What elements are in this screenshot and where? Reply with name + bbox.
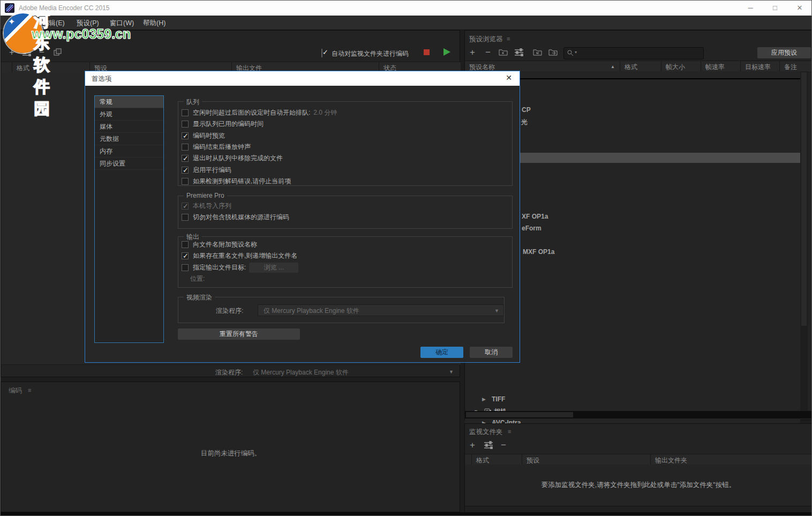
checkbox[interactable] bbox=[182, 109, 189, 116]
nav-item-general[interactable]: 常规 bbox=[95, 96, 163, 108]
search-options-chevron-icon[interactable]: ▾ bbox=[575, 50, 577, 55]
queue-panel-menu-icon[interactable]: ≡ bbox=[28, 35, 31, 42]
duplicate-icon[interactable] bbox=[54, 48, 62, 56]
menu-file[interactable]: 文件(F) bbox=[10, 19, 32, 28]
cancel-button[interactable]: 取消 bbox=[470, 347, 513, 358]
encoding-panel-menu-icon[interactable]: ≡ bbox=[28, 387, 31, 393]
group-label: 输出 bbox=[184, 233, 202, 242]
watch-folder-settings-icon[interactable] bbox=[484, 441, 493, 449]
pref-label: 编码结束后播放钟声 bbox=[193, 143, 251, 152]
search-icon bbox=[567, 49, 574, 57]
pref-row: 启用平行编码 bbox=[178, 164, 512, 175]
maximize-button[interactable]: □ bbox=[767, 4, 783, 12]
watch-folders-footer bbox=[465, 506, 812, 512]
preset-col-bitrate[interactable]: 目标速率 bbox=[740, 61, 779, 72]
renderer-value[interactable]: 仅 Mercury Playback Engine 软件 bbox=[253, 368, 349, 377]
preset-col-name[interactable]: 预设名称 bbox=[465, 61, 618, 72]
ok-button[interactable]: 确定 bbox=[420, 347, 463, 358]
sort-ascending-icon[interactable]: ▲ bbox=[611, 64, 615, 69]
wf-col-output-folder[interactable]: 输出文件夹 bbox=[650, 454, 811, 465]
watch-folders-header: 格式 预设 输出文件夹 bbox=[465, 454, 812, 466]
checkbox[interactable] bbox=[182, 214, 189, 221]
preset-settings-icon[interactable] bbox=[515, 48, 524, 56]
stop-queue-icon[interactable] bbox=[424, 49, 430, 55]
scrollbar-thumb[interactable] bbox=[801, 72, 807, 326]
tree-row-tiff[interactable]: ▶ TIFF bbox=[465, 393, 800, 406]
pref-value[interactable]: 2.0 分钟 bbox=[313, 108, 337, 117]
auto-encode-checkbox[interactable] bbox=[321, 49, 322, 57]
nav-item-metadata[interactable]: 元数据 bbox=[95, 133, 163, 145]
checkbox[interactable] bbox=[182, 167, 189, 174]
dialog-premiere-group: Premiere Pro 本机导入序列 切勿对包含脱机媒体的源进行编码 bbox=[178, 196, 513, 229]
create-preset-icon[interactable]: + bbox=[470, 49, 475, 56]
new-group-folder-icon[interactable] bbox=[499, 48, 508, 56]
checkbox[interactable] bbox=[182, 241, 189, 248]
dialog-renderer-label: 渲染程序: bbox=[216, 306, 243, 316]
preset-col-comment[interactable]: 备注 bbox=[779, 61, 800, 72]
nav-item-memory[interactable]: 内存 bbox=[95, 145, 163, 158]
app-window: Adobe Media Encoder CC 2015 ─ □ ✕ 文件(F) … bbox=[0, 0, 812, 516]
preset-col-framerate[interactable]: 帧速率 bbox=[701, 61, 740, 72]
import-preset-icon[interactable] bbox=[533, 48, 542, 56]
browse-button: 浏览 ... bbox=[249, 263, 298, 273]
renderer-label: 渲染程序: bbox=[215, 368, 243, 377]
menu-window[interactable]: 窗口(W) bbox=[110, 19, 134, 28]
queue-col-format[interactable]: 格式 bbox=[12, 62, 89, 73]
dialog-output-group: 输出 向文件名附加预设名称 如果存在重名文件,则递增输出文件名 指定输出文件目标… bbox=[178, 236, 513, 288]
preset-col-format[interactable]: 格式 bbox=[620, 61, 661, 72]
checkbox[interactable] bbox=[182, 252, 189, 259]
export-preset-icon[interactable] bbox=[548, 48, 558, 56]
checkbox[interactable] bbox=[182, 155, 189, 162]
pref-row: 如果存在重名文件,则递增输出文件名 bbox=[178, 250, 512, 261]
preset-col-framesize[interactable]: 帧大小 bbox=[661, 61, 701, 72]
renderer-dropdown-icon[interactable]: ▼ bbox=[449, 369, 454, 375]
preset-item-fragment[interactable]: 光 bbox=[521, 118, 528, 127]
checkbox[interactable] bbox=[182, 144, 189, 151]
preferences-dialog: 首选项 ✕ 常规 外观 媒体 元数据 内存 同步设置 队列 空闲时间超过后面的设… bbox=[85, 71, 520, 363]
checkbox[interactable] bbox=[182, 264, 189, 271]
pref-label: 编码时预览 bbox=[193, 131, 225, 140]
preset-item-fragment[interactable]: XF OP1a bbox=[522, 213, 548, 220]
preset-item-fragment[interactable]: CP bbox=[522, 106, 531, 114]
dialog-close-icon[interactable]: ✕ bbox=[503, 73, 514, 82]
add-source-icon[interactable]: + bbox=[9, 49, 14, 56]
checkbox[interactable] bbox=[182, 121, 189, 128]
expand-arrow-icon[interactable]: ▶ bbox=[482, 397, 486, 402]
delete-preset-icon[interactable]: − bbox=[485, 49, 491, 56]
remove-watch-folder-icon[interactable]: − bbox=[501, 442, 506, 449]
menu-edit[interactable]: 编辑(E) bbox=[42, 19, 65, 28]
minimize-button[interactable]: ─ bbox=[742, 4, 758, 12]
remove-icon[interactable]: − bbox=[39, 49, 44, 56]
wf-col-format[interactable]: 格式 bbox=[471, 454, 522, 465]
preset-browser-menu-icon[interactable]: ≡ bbox=[507, 35, 510, 42]
menu-help[interactable]: 帮助(H) bbox=[143, 19, 166, 28]
vertical-scrollbar[interactable] bbox=[800, 71, 808, 411]
watch-folders-body[interactable]: 要添加监视文件夹,请将文件夹拖到此处或单击"添加文件夹"按钮。 bbox=[465, 465, 812, 506]
checkbox[interactable] bbox=[182, 132, 189, 139]
renderer-dropdown-value: 仅 Mercury Playback Engine 软件 bbox=[264, 307, 359, 315]
pref-label: 如果检测到解码错误,请停止当前项 bbox=[193, 177, 291, 186]
nav-item-sync[interactable]: 同步设置 bbox=[95, 158, 163, 170]
checkbox[interactable] bbox=[182, 178, 189, 185]
queue-renderer-row: 渲染程序: 仅 Mercury Playback Engine 软件 ▼ bbox=[1, 364, 461, 378]
preset-item-fragment[interactable]: MXF OP1a bbox=[523, 248, 554, 256]
scrollbar-thumb[interactable] bbox=[466, 412, 573, 417]
preset-settings-icon[interactable] bbox=[22, 48, 32, 56]
nav-item-media[interactable]: 媒体 bbox=[95, 121, 163, 133]
start-queue-icon[interactable] bbox=[443, 48, 450, 56]
watch-folders-menu-icon[interactable]: ≡ bbox=[508, 428, 511, 435]
pref-row: 空闲时间超过后面的设定时自动开始排队: 2.0 分钟 bbox=[178, 107, 512, 118]
horizontal-scrollbar[interactable] bbox=[465, 411, 812, 418]
menu-preset[interactable]: 预设(P) bbox=[77, 19, 99, 28]
wf-col-preset[interactable]: 预设 bbox=[522, 454, 650, 465]
dialog-title-bar: 首选项 ✕ bbox=[85, 71, 520, 86]
close-button[interactable]: ✕ bbox=[792, 4, 808, 12]
preset-search-input[interactable]: ▾ bbox=[563, 47, 704, 59]
nav-item-appearance[interactable]: 外观 bbox=[95, 108, 163, 121]
pref-row: 如果检测到解码错误,请停止当前项 bbox=[178, 176, 512, 187]
reset-warnings-button[interactable]: 重置所有警告 bbox=[178, 328, 300, 340]
preset-item-fragment[interactable]: eForm bbox=[522, 225, 542, 232]
apply-preset-button[interactable]: 应用预设 bbox=[757, 47, 811, 58]
add-watch-folder-icon[interactable]: + bbox=[470, 442, 475, 449]
queue-panel-title: 队列 bbox=[9, 35, 22, 44]
